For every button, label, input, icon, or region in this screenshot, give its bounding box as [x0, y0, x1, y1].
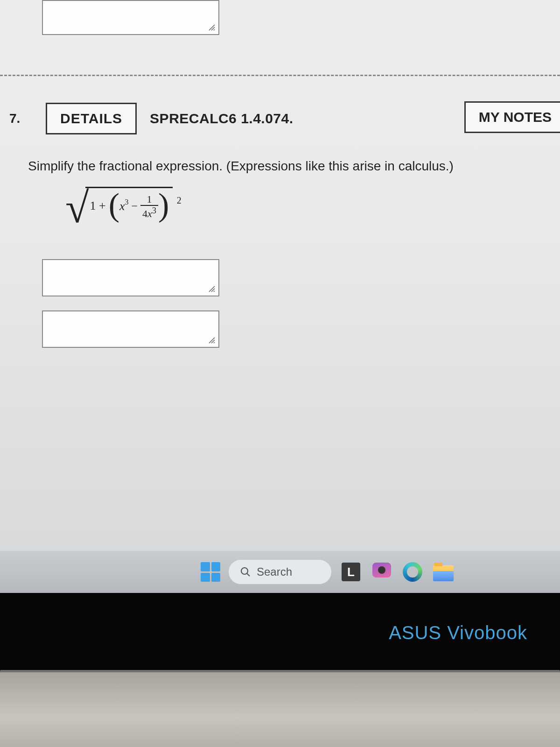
previous-answer-input[interactable]: [42, 0, 219, 35]
answer-input-1[interactable]: [42, 259, 219, 296]
taskbar-app-L[interactable]: L: [340, 561, 362, 583]
question-separator: [0, 75, 560, 76]
question-number: 7.: [9, 111, 33, 126]
taskbar-app-edge[interactable]: [401, 561, 424, 583]
question-header: 7. DETAILS SPRECALC6 1.4.074. MY NOTES: [9, 103, 560, 134]
math-expression: √ 1 + ( x3 − 1 4x3 ) 2: [65, 187, 181, 223]
resize-handle-icon[interactable]: [207, 284, 217, 294]
left-paren-icon: (: [109, 192, 119, 218]
svg-point-0: [241, 568, 248, 574]
taskbar-app-chat[interactable]: [371, 561, 393, 583]
answer-input-2[interactable]: [42, 310, 219, 348]
page-content: 7. DETAILS SPRECALC6 1.4.074. MY NOTES S…: [0, 0, 560, 551]
taskbar-app-explorer[interactable]: [432, 561, 455, 583]
chat-camera-icon: [372, 563, 391, 581]
taskbar-search[interactable]: Search: [229, 560, 331, 584]
fraction-numerator: 1: [144, 194, 155, 205]
search-label: Search: [257, 565, 292, 578]
fraction-denominator: 4x3: [140, 206, 158, 220]
minus-sign: −: [132, 200, 138, 211]
resize-handle-icon[interactable]: [207, 336, 217, 345]
laptop-bezel: ASUS Vivobook: [0, 593, 560, 672]
x-cubed: x3: [119, 199, 129, 212]
search-icon: [240, 566, 251, 578]
question-prompt: Simplify the fractional expression. (Exp…: [28, 159, 551, 174]
folder-icon: [433, 565, 454, 581]
edge-icon: [403, 562, 422, 582]
one-plus: 1 +: [90, 200, 106, 212]
right-paren-icon: ): [158, 192, 169, 218]
my-notes-button[interactable]: MY NOTES: [464, 101, 560, 133]
question-reference: SPRECALC6 1.4.074.: [150, 111, 293, 127]
outer-exponent: 2: [177, 195, 182, 205]
svg-line-1: [247, 573, 250, 576]
details-button[interactable]: DETAILS: [46, 103, 137, 134]
fraction: 1 4x3: [140, 194, 158, 220]
start-button[interactable]: [201, 562, 220, 582]
resize-handle-icon[interactable]: [207, 23, 217, 32]
laptop-brand: ASUS Vivobook: [389, 622, 527, 643]
desk-surface: [0, 672, 560, 747]
windows-taskbar: Search L: [0, 551, 560, 593]
letter-L-icon: L: [342, 563, 360, 581]
